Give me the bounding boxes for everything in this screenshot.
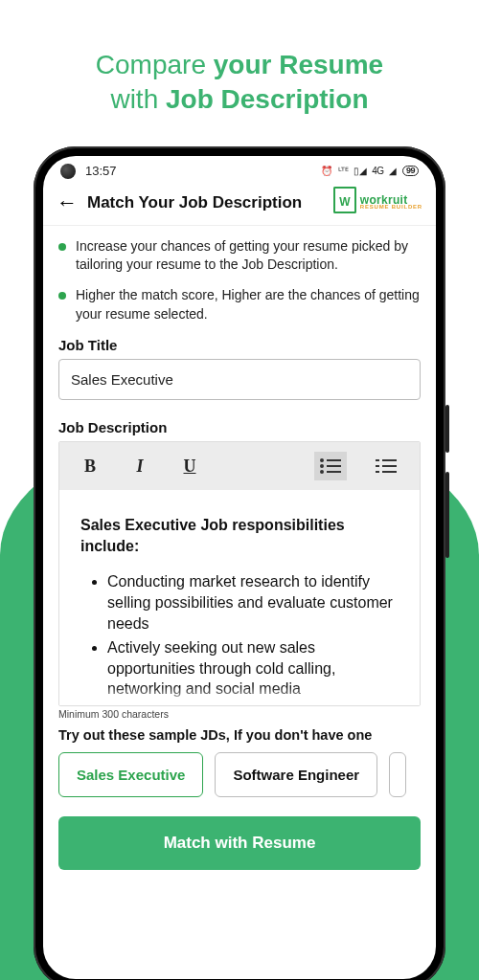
front-camera-icon [60, 164, 76, 179]
brand-logo-icon [333, 192, 356, 213]
min-chars-hint: Minimum 300 characters [58, 708, 421, 720]
job-description-label: Job Description [58, 419, 421, 435]
editor-toolbar: B I U [59, 442, 420, 490]
job-description-textarea[interactable]: Sales Executive Job responsibilities inc… [59, 490, 420, 705]
job-description-editor: B I U [58, 441, 421, 706]
bold-button[interactable]: B [77, 453, 103, 479]
bulleted-list-button[interactable] [314, 452, 347, 480]
job-title-input[interactable] [58, 359, 421, 400]
battery-icon: 99 [402, 166, 419, 176]
jd-heading: Sales Executive Job responsibilities inc… [80, 515, 399, 556]
sample-jds-label: Try out these sample JDs, If you don't h… [58, 727, 421, 743]
marketing-headline: Compare your Resume with Job Description [0, 0, 479, 146]
sample-jd-chip[interactable]: Software Engineer [215, 752, 377, 797]
status-time: 13:57 [85, 164, 117, 178]
numbered-list-button[interactable] [370, 452, 402, 480]
sample-jd-chip[interactable]: Sales Executive [58, 752, 203, 797]
phone-hardware-button [445, 405, 449, 453]
phone-frame: 13:57 ⏰ ᴸᵀᴱ ▯◢ 4G ◢ 99 ← Match Your Job … [34, 146, 445, 980]
tips-list: Increase your chances of getting your re… [58, 237, 421, 323]
page-title: Match Your Job Description [87, 193, 324, 212]
numbered-list-icon [376, 458, 397, 474]
back-button[interactable]: ← [57, 192, 78, 213]
italic-button[interactable]: I [126, 453, 153, 479]
alarm-icon: ⏰ [321, 167, 332, 176]
tip-item: Higher the match score, Higher are the c… [58, 286, 421, 323]
phone-hardware-button [445, 472, 449, 558]
volte-icon: ᴸᵀᴱ [338, 167, 349, 176]
status-bar: 13:57 ⏰ ᴸᵀᴱ ▯◢ 4G ◢ 99 [43, 156, 436, 183]
brand-tagline: RESUME BUILDER [360, 205, 422, 210]
sample-jds-list: Sales Executive Software Engineer [58, 752, 421, 797]
brand-logo: workruit RESUME BUILDER [333, 192, 422, 213]
tip-item: Increase your chances of getting your re… [58, 237, 421, 275]
jd-bullet: Conducting market research to identify s… [107, 571, 399, 634]
status-icons: ⏰ ᴸᵀᴱ ▯◢ 4G ◢ 99 [321, 166, 419, 176]
network-4g-icon: 4G [372, 167, 383, 176]
signal-icon: ◢ [389, 167, 397, 176]
underline-button[interactable]: U [176, 453, 203, 479]
sample-jd-chip[interactable] [389, 752, 406, 797]
match-resume-button[interactable]: Match with Resume [58, 816, 421, 870]
job-title-label: Job Title [58, 337, 421, 353]
app-header: ← Match Your Job Description workruit RE… [43, 183, 436, 226]
signal-icon: ▯◢ [354, 167, 366, 176]
bulleted-list-icon [320, 458, 341, 474]
